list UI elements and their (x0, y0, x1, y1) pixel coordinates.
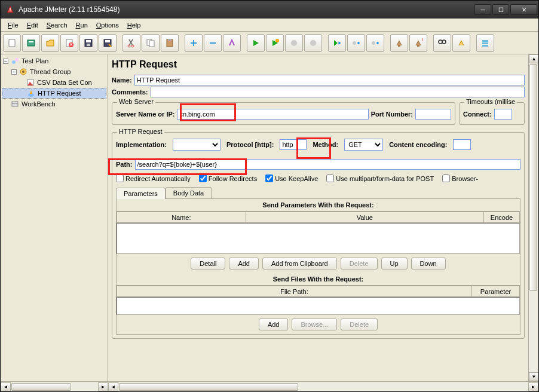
expand-button[interactable] (185, 34, 203, 52)
stop-button[interactable] (285, 34, 303, 52)
enc-input[interactable] (453, 139, 471, 150)
path-input[interactable] (135, 159, 521, 170)
delete-file-button[interactable]: Delete (341, 318, 378, 330)
up-button[interactable]: Up (381, 258, 408, 270)
reset-search-button[interactable] (452, 34, 470, 52)
tree-workbench[interactable]: WorkBench (2, 99, 106, 109)
start-button[interactable] (247, 34, 265, 52)
method-select[interactable]: GET (344, 139, 383, 151)
scroll-right-icon[interactable]: ► (98, 382, 108, 391)
collapse-button[interactable] (204, 34, 222, 52)
save-as-button[interactable] (99, 34, 117, 52)
toggle-button[interactable] (223, 34, 241, 52)
server-input[interactable] (177, 109, 368, 120)
remote-shutdown-button[interactable] (366, 34, 384, 52)
toolbar: × × (1, 32, 538, 54)
start-no-timers-button[interactable] (266, 34, 284, 52)
main-hscrollbar[interactable]: ◄ ► (108, 381, 538, 391)
tab-parameters[interactable]: Parameters (116, 188, 166, 199)
scroll-left-icon[interactable]: ◄ (1, 382, 11, 391)
minimize-button[interactable]: ─ (474, 4, 491, 15)
menu-run[interactable]: Run (72, 20, 91, 30)
chk-follow[interactable]: Follow Redirects (199, 174, 257, 182)
threadgroup-icon (19, 67, 28, 76)
chk-keepalive[interactable]: Use KeepAlive (265, 174, 318, 182)
toggle-icon[interactable]: − (3, 59, 8, 64)
menu-file[interactable]: File (4, 20, 22, 30)
col-filepath[interactable]: File Path: (117, 286, 472, 297)
remote-stop-button[interactable] (347, 34, 365, 52)
maximize-button[interactable]: ☐ (492, 4, 509, 15)
tree-testplan[interactable]: − Test Plan (2, 56, 106, 66)
menu-edit[interactable]: Edit (23, 20, 42, 30)
add-button[interactable]: Add (229, 258, 259, 270)
function-helper-button[interactable] (476, 34, 494, 52)
tree-hscrollbar[interactable]: ◄ ► (1, 381, 108, 391)
menu-help[interactable]: Help (124, 20, 145, 30)
clear-button[interactable] (390, 34, 408, 52)
templates-button[interactable] (22, 34, 40, 52)
save-button[interactable] (79, 34, 97, 52)
port-label: Port Number: (371, 111, 413, 118)
cut-button[interactable] (122, 34, 140, 52)
tree-httprequest[interactable]: HTTP Request (2, 88, 106, 99)
delete-button[interactable]: Delete (341, 258, 378, 270)
col-name[interactable]: Name: (117, 212, 246, 223)
menu-options[interactable]: Options (93, 20, 122, 30)
window-controls: ─ ☐ ✕ (474, 4, 537, 15)
scroll-up-icon[interactable]: ▲ (529, 54, 538, 63)
remote-start-button[interactable] (328, 34, 346, 52)
open-button[interactable] (41, 34, 59, 52)
detail-button[interactable]: Detail (191, 258, 225, 270)
chk-multipart[interactable]: Use multipart/form-data for POST (326, 174, 434, 182)
tab-bodydata[interactable]: Body Data (166, 187, 212, 198)
svg-point-23 (338, 42, 341, 44)
connect-input[interactable] (494, 109, 512, 120)
new-button[interactable] (3, 34, 21, 52)
svg-rect-35 (482, 42, 488, 44)
params-empty[interactable] (117, 223, 520, 254)
search-button[interactable] (433, 34, 451, 52)
httprequest-icon (26, 88, 36, 98)
httprequest-legend: HTTP Request (117, 128, 164, 135)
impl-select[interactable] (173, 139, 220, 151)
paste-button[interactable] (161, 34, 179, 52)
close-file-button[interactable]: × (60, 34, 78, 52)
port-input[interactable] (415, 109, 451, 120)
webserver-legend: Web Server (117, 98, 155, 105)
col-value[interactable]: Value (246, 212, 483, 223)
enc-label: Content encoding: (389, 141, 447, 148)
browse-button[interactable]: Browse... (292, 318, 337, 330)
files-empty[interactable] (117, 297, 520, 315)
files-buttons: Add Browse... Delete (117, 315, 520, 334)
svg-rect-16 (168, 39, 172, 41)
name-input[interactable] (134, 75, 525, 85)
toggle-icon[interactable]: − (11, 69, 17, 75)
scroll-down-icon[interactable]: ▼ (529, 372, 538, 381)
down-button[interactable]: Down (411, 258, 446, 270)
comments-input[interactable] (151, 87, 525, 97)
proto-input[interactable] (280, 139, 307, 150)
copy-button[interactable] (142, 34, 160, 52)
add-file-button[interactable]: Add (259, 318, 289, 330)
scroll-left-icon[interactable]: ◄ (108, 382, 118, 391)
shutdown-button[interactable] (304, 34, 322, 52)
main-vscrollbar[interactable]: ▲ ▼ (528, 54, 538, 381)
addclip-button[interactable]: Add from Clipboard (262, 258, 337, 270)
svg-point-22 (310, 40, 316, 46)
httprequest-fieldset: HTTP Request Implementation: Protocol [h… (112, 132, 525, 339)
tree-threadgroup[interactable]: − Thread Group (2, 66, 106, 77)
chk-redirect-auto[interactable]: Redirect Automatically (116, 174, 191, 182)
clear-all-button[interactable]: × (409, 34, 427, 52)
close-button[interactable]: ✕ (510, 4, 537, 15)
tree-label: CSV Data Set Con (37, 79, 92, 86)
scroll-right-icon[interactable]: ► (528, 382, 538, 391)
menu-search[interactable]: Search (43, 20, 71, 30)
chk-browser[interactable]: Browser- (442, 174, 478, 182)
col-param[interactable]: Parameter (472, 286, 520, 297)
name-label: Name: (112, 76, 132, 84)
col-encode[interactable]: Encode (484, 212, 520, 223)
svg-text:×: × (421, 38, 423, 43)
tree-csv[interactable]: CSV Data Set Con (2, 77, 106, 88)
tree-label: Test Plan (22, 57, 48, 65)
